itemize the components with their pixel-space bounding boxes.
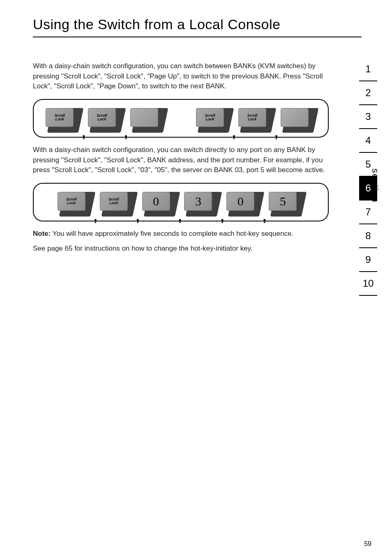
scroll-lock-key: Scroll Lock (88, 108, 123, 133)
scroll-lock-key: Scroll Lock (238, 108, 274, 133)
separator-comma: , (178, 215, 184, 219)
section-nav-2[interactable]: 2 (359, 81, 377, 105)
section-nav-9[interactable]: 9 (359, 248, 377, 272)
see-also-paragraph: See page 65 for instructions on how to c… (33, 244, 329, 254)
separator-comma: , (231, 131, 238, 135)
separator-comma: , (93, 215, 100, 219)
separator-comma: , (274, 131, 281, 135)
section-label: section (370, 168, 380, 203)
scroll-lock-key: Scroll Lock (46, 108, 81, 133)
section-nav-3[interactable]: 3 (359, 105, 377, 129)
separator-comma: , (123, 131, 130, 135)
section-nav-8[interactable]: 8 (359, 224, 377, 248)
page-down-key (281, 108, 316, 133)
number-key-5: 5 (269, 192, 304, 217)
section-nav-4[interactable]: 4 (359, 129, 377, 153)
separator-comma: , (262, 215, 269, 219)
scroll-lock-key: Scroll Lock (58, 192, 93, 217)
paragraph-1: With a daisy-chain switch configuration,… (33, 61, 329, 92)
page-title: Using the Switch from a Local Console (33, 16, 362, 37)
section-nav-7[interactable]: 7 (359, 200, 377, 224)
number-key-0: 0 (142, 192, 178, 217)
page-up-key (130, 108, 166, 133)
separator-comma: , (135, 215, 142, 219)
section-nav-10[interactable]: 10 (359, 272, 377, 296)
section-nav-1[interactable]: 1 (359, 58, 377, 81)
key-sequence-next-bank: Scroll Lock , Scroll Lock , (196, 108, 316, 133)
diagram-direct-port: Scroll Lock , Scroll Lock , 0 , 3 , 0 , … (33, 183, 329, 221)
number-key-3: 3 (184, 192, 219, 217)
number-key-0: 0 (226, 192, 262, 217)
separator-comma: , (219, 215, 226, 219)
scroll-lock-key: Scroll Lock (196, 108, 231, 133)
page-number: 59 (364, 540, 371, 548)
key-sequence-prev-bank: Scroll Lock , Scroll Lock , (46, 108, 166, 133)
separator-comma: , (81, 131, 88, 135)
note-paragraph: Note: You will have approximately five s… (33, 229, 329, 239)
paragraph-2: With a daisy-chain switch configuration,… (33, 145, 329, 175)
note-label: Note: (33, 230, 51, 237)
diagram-bank-switch: Scroll Lock , Scroll Lock , Scroll Lock … (33, 99, 329, 138)
scroll-lock-key: Scroll Lock (100, 192, 135, 217)
section-nav: 1 2 3 4 5 6 7 8 9 10 section (359, 58, 377, 296)
note-text: You will have approximately five seconds… (51, 230, 293, 237)
body-content: With a daisy-chain switch configuration,… (33, 61, 329, 254)
key-sequence-direct-port: Scroll Lock , Scroll Lock , 0 , 3 , 0 , … (58, 192, 304, 217)
